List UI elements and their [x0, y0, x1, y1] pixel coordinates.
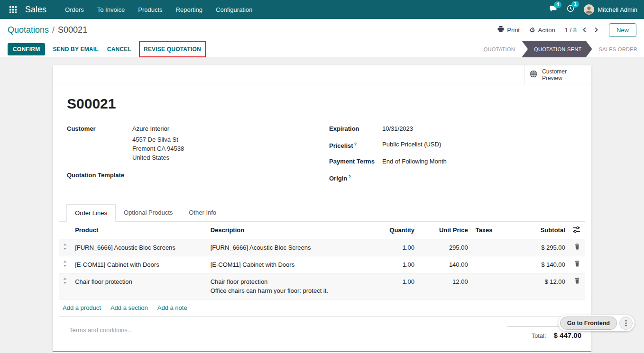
total-label: Total:	[532, 332, 546, 339]
drag-handle-icon[interactable]	[59, 239, 71, 256]
delete-row-icon[interactable]	[569, 256, 585, 273]
drag-handle-icon[interactable]	[59, 273, 71, 299]
description-cell[interactable]: [E-COM11] Cabinet with Doors	[207, 256, 367, 273]
quantity-cell[interactable]: 1.00	[367, 256, 418, 273]
page: Sales Orders To Invoice Products Reporti…	[0, 0, 644, 353]
expiration-label: Expiration	[329, 124, 382, 133]
product-cell[interactable]: [FURN_6666] Acoustic Bloc Screens	[71, 239, 207, 256]
add-section-link[interactable]: Add a section	[110, 304, 148, 311]
menu-products[interactable]: Products	[132, 3, 168, 17]
state-sales-order[interactable]: SALES ORDER	[592, 41, 644, 57]
add-note-link[interactable]: Add a note	[157, 304, 187, 311]
quantity-cell[interactable]: 1.00	[367, 239, 418, 256]
tab-optional-products[interactable]: Optional Products	[116, 204, 181, 221]
menu-reporting[interactable]: Reporting	[170, 3, 209, 17]
state-quotation[interactable]: QUOTATION	[477, 41, 522, 57]
customer-field: Customer Azure Interior 4557 De Silva St…	[67, 124, 329, 162]
customer-value[interactable]: Azure Interior 4557 De Silva St Fremont …	[132, 124, 184, 162]
action-button[interactable]: ⚙ Action	[529, 27, 555, 34]
tab-order-lines[interactable]: Order Lines	[66, 204, 116, 222]
tab-other-info[interactable]: Other Info	[181, 204, 224, 221]
field-column-left: Customer Azure Interior 4557 De Silva St…	[67, 124, 329, 190]
unit-price-cell[interactable]: 295.00	[418, 239, 472, 256]
customer-label: Customer	[67, 124, 132, 162]
expiration-value[interactable]: 10/31/2023	[382, 124, 413, 133]
handle-column-header	[59, 222, 71, 239]
menu-to-invoice[interactable]: To Invoice	[91, 3, 131, 17]
frontend-menu-button[interactable]	[619, 317, 633, 330]
delete-row-icon[interactable]	[569, 239, 585, 256]
customer-name: Azure Interior	[132, 124, 184, 133]
annotation-highlight-box: REVISE QUOTATION	[139, 41, 206, 57]
app-brand[interactable]: Sales	[25, 5, 46, 15]
state-quotation-sent[interactable]: QUOTATION SENT	[522, 41, 592, 57]
unit-price-column-header[interactable]: Unit Price	[418, 222, 472, 239]
help-icon: ?	[348, 174, 351, 179]
control-panel: Quotations / S00021 Print ⚙ Action 1 / 8…	[0, 19, 644, 41]
breadcrumb-current: S00021	[58, 25, 87, 35]
sheet-body: S00021 Customer Azure Interior 4557 De S…	[53, 84, 591, 339]
messages-badge: 4	[554, 1, 561, 8]
subtotal-cell: $ 140.00	[514, 256, 569, 273]
pager-next-icon[interactable]	[593, 27, 599, 33]
description-column-header[interactable]: Description	[207, 222, 367, 239]
taxes-column-header[interactable]: Taxes	[472, 222, 514, 239]
delete-row-icon[interactable]	[569, 273, 585, 299]
subtotal-column-header[interactable]: Subtotal	[514, 222, 569, 239]
menu-configuration[interactable]: Configuration	[210, 3, 258, 17]
description-cell[interactable]: [FURN_6666] Acoustic Bloc Screens	[207, 239, 367, 256]
user-menu[interactable]: Mitchell Admin	[584, 4, 637, 15]
drag-handle-icon[interactable]	[59, 256, 71, 273]
column-settings-icon[interactable]	[573, 227, 580, 234]
add-product-link[interactable]: Add a product	[63, 304, 101, 311]
payment-terms-value[interactable]: End of Following Month	[382, 157, 447, 166]
send-by-email-button[interactable]: SEND BY EMAIL	[52, 43, 99, 55]
pricelist-value[interactable]: Public Pricelist (USD)	[382, 140, 441, 150]
cancel-button[interactable]: CANCEL	[106, 43, 132, 55]
terms-placeholder[interactable]: Terms and conditions...	[63, 326, 133, 334]
pricelist-field: Pricelist? Public Pricelist (USD)	[329, 140, 577, 150]
quotation-title: S00021	[67, 96, 577, 112]
messages-button[interactable]: 4	[549, 5, 557, 14]
top-navbar: Sales Orders To Invoice Products Reporti…	[0, 0, 644, 19]
subtotal-cell: $ 12.00	[514, 273, 569, 299]
customer-preview-label: Customer Preview	[542, 68, 567, 81]
go-to-frontend-button[interactable]: Go to Frontend	[560, 317, 617, 330]
taxes-cell[interactable]	[472, 239, 514, 256]
customer-preview-button[interactable]: Customer Preview	[524, 65, 591, 84]
confirm-button[interactable]: CONFIRM	[8, 43, 45, 55]
menu-orders[interactable]: Orders	[59, 3, 90, 17]
quantity-column-header[interactable]: Quantity	[367, 222, 418, 239]
new-button[interactable]: New	[609, 23, 636, 37]
table-row: [E-COM11] Cabinet with Doors [E-COM11] C…	[59, 256, 585, 273]
status-bar: CONFIRM SEND BY EMAIL CANCEL REVISE QUOT…	[0, 41, 644, 57]
status-buttons: CONFIRM SEND BY EMAIL CANCEL REVISE QUOT…	[8, 41, 206, 57]
pager-previous-icon[interactable]	[581, 27, 588, 33]
table-row: Chair floor protection Chair floor prote…	[59, 273, 585, 299]
taxes-cell[interactable]	[472, 273, 514, 299]
payment-terms-field: Payment Terms End of Following Month	[329, 157, 577, 166]
revise-quotation-button[interactable]: REVISE QUOTATION	[143, 43, 202, 55]
origin-label: Origin?	[329, 172, 382, 183]
apps-grid-icon[interactable]	[7, 3, 19, 16]
product-cell[interactable]: Chair floor protection	[71, 273, 207, 299]
breadcrumb-quotations[interactable]: Quotations	[8, 25, 49, 35]
printer-icon	[497, 26, 504, 34]
product-cell[interactable]: [E-COM11] Cabinet with Doors	[71, 256, 207, 273]
quantity-cell[interactable]: 1.00	[367, 273, 418, 299]
product-column-header[interactable]: Product	[71, 222, 207, 239]
activities-button[interactable]: 1	[567, 5, 574, 14]
status-pipeline: QUOTATION QUOTATION SENT SALES ORDER	[477, 41, 644, 57]
order-lines-table: Product Description Quantity Unit Price …	[59, 222, 585, 299]
print-button[interactable]: Print	[497, 26, 520, 34]
vertical-dots-icon	[625, 320, 627, 326]
customer-address: 4557 De Silva St Fremont CA 94538 United…	[132, 135, 184, 162]
sheet-footer: Terms and conditions... Total: $ 447.00	[59, 317, 585, 339]
print-label: Print	[507, 27, 520, 34]
unit-price-cell[interactable]: 12.00	[418, 273, 472, 299]
taxes-cell[interactable]	[472, 256, 514, 273]
description-cell[interactable]: Chair floor protectionOffice chairs can …	[207, 273, 367, 299]
unit-price-cell[interactable]: 140.00	[418, 256, 472, 273]
globe-icon	[529, 70, 538, 80]
payment-terms-label: Payment Terms	[329, 157, 382, 166]
